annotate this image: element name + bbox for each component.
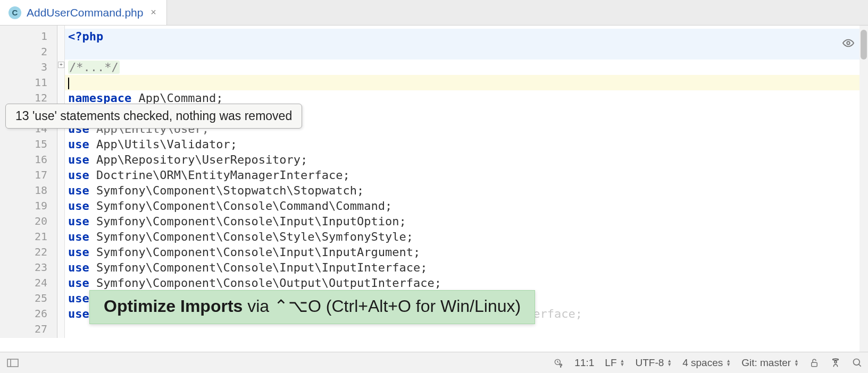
scrollbar-thumb[interactable]: [861, 30, 867, 60]
code-line: /*...*/: [65, 60, 868, 75]
line-number: 11: [0, 75, 47, 90]
svg-rect-5: [812, 362, 817, 367]
svg-point-8: [854, 359, 860, 365]
line-number: 15: [0, 137, 47, 152]
svg-point-7: [834, 361, 837, 363]
lock-icon[interactable]: [804, 358, 824, 368]
line-number: 22: [0, 244, 47, 260]
line-separator[interactable]: LF▲▼: [599, 357, 630, 369]
file-encoding[interactable]: UTF-8▲▼: [630, 357, 677, 369]
line-number: 19: [0, 198, 47, 214]
line-number: 24: [0, 275, 47, 291]
code-line: use Doctrine\ORM\EntityManagerInterface;: [65, 167, 868, 183]
code-line: use Symfony\Component\Console\Style\Symf…: [65, 229, 868, 244]
svg-point-6: [833, 359, 839, 360]
code-line: use Symfony\Component\Console\Input\Inpu…: [65, 260, 868, 275]
svg-line-9: [859, 364, 861, 366]
inspector-icon[interactable]: [824, 357, 847, 369]
inspection-tooltip: 13 'use' statements checked, nothing was…: [5, 104, 302, 129]
line-number-gutter: 1 2 3 11 12 13 14 15 16 17 18 19 20 21 2…: [0, 26, 57, 338]
code-line: use App\Repository\UserRepository;: [65, 152, 868, 167]
tab-filename: AddUserCommand.php: [27, 6, 143, 19]
svg-rect-1: [7, 359, 18, 367]
line-number: 20: [0, 214, 47, 229]
scroll-track[interactable]: [859, 26, 868, 352]
line-number: 3: [0, 60, 47, 75]
tip-title: Optimize Imports: [104, 296, 243, 316]
line-number: 18: [0, 183, 47, 198]
line-number: 26: [0, 306, 47, 321]
file-tab[interactable]: C AddUserCommand.php ×: [0, 0, 167, 25]
line-number: 16: [0, 152, 47, 167]
fold-expand-icon[interactable]: +: [58, 62, 64, 68]
search-icon[interactable]: [847, 358, 868, 368]
cursor-position[interactable]: 11:1: [569, 357, 599, 369]
code-line: use App\Utils\Validator;: [65, 137, 868, 152]
code-line: use Symfony\Component\Console\Command\Co…: [65, 198, 868, 214]
line-number: 2: [0, 44, 47, 60]
tab-bar: C AddUserCommand.php ×: [0, 0, 868, 26]
code-line: use Symfony\Component\Console\Input\Inpu…: [65, 244, 868, 260]
line-number: 17: [0, 167, 47, 183]
php-class-icon: C: [9, 6, 21, 19]
code-line: <?php: [65, 29, 868, 44]
code-line: use Symfony\Component\Console\Output\Out…: [65, 275, 868, 291]
fold-column: +: [57, 26, 65, 338]
close-icon[interactable]: ×: [148, 7, 158, 18]
indent-setting[interactable]: 4 spaces▲▼: [677, 357, 736, 369]
svg-text:?: ?: [560, 362, 562, 368]
line-number: 25: [0, 291, 47, 306]
code-line: [65, 44, 868, 60]
line-number: 1: [0, 29, 47, 44]
code-line: use Symfony\Component\Stopwatch\Stopwatc…: [65, 183, 868, 198]
panel-toggle-icon[interactable]: [0, 359, 26, 367]
reader-mode-icon[interactable]: [842, 37, 854, 49]
tip-banner: Optimize Imports via ⌃⌥O (Ctrl+Alt+O for…: [89, 290, 535, 324]
line-number: 21: [0, 229, 47, 244]
code-line-current: [65, 75, 868, 90]
svg-point-0: [847, 41, 850, 45]
run-config-icon[interactable]: ?: [548, 358, 569, 368]
line-number: 23: [0, 260, 47, 275]
line-number: 27: [0, 321, 47, 337]
git-branch[interactable]: Git: master▲▼: [736, 357, 804, 369]
text-caret: [68, 78, 69, 89]
code-line: use Symfony\Component\Console\Input\Inpu…: [65, 214, 868, 229]
tip-rest: via ⌃⌥O (Ctrl+Alt+O for Win/Linux): [243, 296, 521, 316]
status-bar: ? 11:1 LF▲▼ UTF-8▲▼ 4 spaces▲▼ Git: mast…: [0, 352, 868, 373]
